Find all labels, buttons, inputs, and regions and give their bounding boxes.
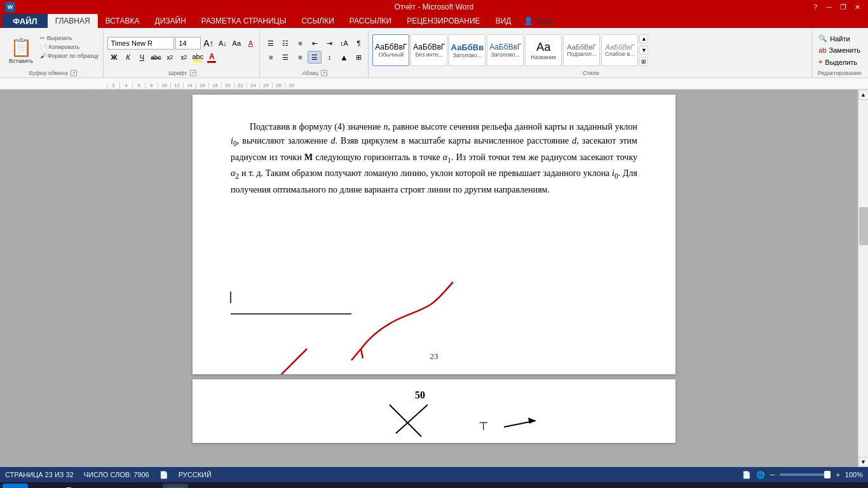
login-button[interactable]: 👤 Вход <box>519 14 558 28</box>
styles-expand-button[interactable]: ⊞ <box>639 57 648 66</box>
help-button[interactable]: ? <box>810 2 821 12</box>
decrease-indent-button[interactable]: ⇤ <box>308 37 322 50</box>
increase-indent-button[interactable]: ⇥ <box>322 37 336 50</box>
tab-insert[interactable]: ВСТАВКА <box>98 14 147 28</box>
superscript-button[interactable]: x2 <box>177 51 190 64</box>
select-button[interactable]: ⌖ Выделить <box>816 57 863 67</box>
align-left-button[interactable]: ≡ <box>264 51 278 64</box>
font-row1: A↑ A↓ Аа A <box>107 37 257 50</box>
zoom-slider[interactable] <box>780 473 831 476</box>
clear-formatting-button[interactable]: A <box>244 37 257 50</box>
tab-layout[interactable]: РАЗМЕТКА СТРАНИЦЫ <box>194 14 294 28</box>
clipboard-label: Буфер обмена ↗ <box>5 69 100 78</box>
paragraph-group: ☰ ☷ ≡ ⇤ ⇥ ↕A ¶ ≡ ☰ ≡ ☰ ↕ ▲ <box>261 30 369 78</box>
multilevel-button[interactable]: ≡ <box>293 37 307 50</box>
start-button[interactable]: ⊞ <box>3 484 28 488</box>
web-view-button[interactable]: 🌐 <box>756 471 765 479</box>
editing-group: 🔍 Найти ab Заменить ⌖ Выделить Редактиро… <box>813 30 865 78</box>
format-painter-button[interactable]: 🖌 Формат по образцу <box>38 52 100 60</box>
font-size-input[interactable] <box>175 37 201 50</box>
page-text[interactable]: Подставив в формулу (4) значение n, равн… <box>193 95 675 210</box>
style-heading1[interactable]: АаБбВв Заголово... <box>449 34 485 66</box>
tab-references[interactable]: ССЫЛКИ <box>294 14 341 28</box>
italic-button[interactable]: К <box>121 51 134 64</box>
svg-line-6 <box>361 349 363 358</box>
paste-icon: 📋 <box>10 37 32 58</box>
taskbar-downloader[interactable]: ⬇ <box>83 484 108 488</box>
copy-button[interactable]: 📄 Копировать <box>38 43 100 51</box>
layout-view-button[interactable]: 📄 <box>742 471 751 479</box>
restore-button[interactable]: ❐ <box>837 2 849 12</box>
word-count[interactable]: ЧИСЛО СЛОВ: 7906 <box>84 471 149 478</box>
styles-label: Стили <box>372 69 809 78</box>
text-highlight-button[interactable]: abc <box>191 51 204 64</box>
justify-button[interactable]: ☰ <box>308 51 322 64</box>
title-left: W <box>5 2 15 12</box>
tab-home[interactable]: ГЛАВНАЯ <box>48 14 98 28</box>
svg-text:⊤: ⊤ <box>478 420 489 433</box>
style-heading2[interactable]: АаБбВвГ Заголово... <box>487 34 524 66</box>
close-button[interactable]: ✕ <box>851 2 863 12</box>
cut-button[interactable]: ✂ Вырезать <box>38 34 100 42</box>
style-normal[interactable]: АаБбВвГ Обычный <box>372 34 409 66</box>
ribbon: 📋 Вставить ✂ Вырезать 📄 Копировать 🖌 Фор… <box>0 28 868 78</box>
scroll-down-arrow[interactable]: ▼ <box>858 457 869 467</box>
scroll-thumb[interactable] <box>859 207 868 245</box>
find-button[interactable]: 🔍 Найти <box>816 33 863 44</box>
show-marks-button[interactable]: ¶ <box>351 37 365 50</box>
zoom-out-button[interactable]: ─ <box>770 471 775 478</box>
select-icon: ⌖ <box>818 58 822 66</box>
scroll-up-arrow[interactable]: ▲ <box>858 90 869 100</box>
numbering-button[interactable]: ☷ <box>278 37 292 50</box>
svg-line-8 <box>390 405 421 437</box>
app-icon: W <box>5 2 15 12</box>
replace-button[interactable]: ab Заменить <box>816 45 863 55</box>
taskbar-discord[interactable]: 💬 <box>56 484 81 488</box>
tab-design[interactable]: ДИЗАЙН <box>147 14 194 28</box>
clipboard-expand-icon[interactable]: ↗ <box>71 70 77 76</box>
language-indicator[interactable]: РУССКИЙ <box>179 471 212 478</box>
font-grow-button[interactable]: A↑ <box>202 37 215 50</box>
sort-button[interactable]: ↕A <box>337 37 351 50</box>
style-title[interactable]: Аа Название <box>525 34 562 66</box>
taskbar-explorer[interactable]: 🗂 <box>29 484 55 488</box>
shading-button[interactable]: ▲ <box>337 51 351 64</box>
style-subtle-emphasis[interactable]: АаБбВвГ Слабое в... <box>601 34 638 66</box>
align-right-button[interactable]: ≡ <box>293 51 307 64</box>
para-expand-icon[interactable]: ↗ <box>321 70 327 76</box>
ribbon-tabs: ФАЙЛ ГЛАВНАЯ ВСТАВКА ДИЗАЙН РАЗМЕТКА СТР… <box>0 14 868 28</box>
underline-button[interactable]: Ч <box>135 51 148 64</box>
taskbar-chrome[interactable]: 🌐 <box>136 484 161 488</box>
styles-scroll-down[interactable]: ▼ <box>639 46 648 55</box>
styles-scroll-up[interactable]: ▲ <box>639 34 648 43</box>
font-shrink-button[interactable]: A↓ <box>216 37 229 50</box>
strikethrough-button[interactable]: abc <box>149 51 162 64</box>
align-center-button[interactable]: ☰ <box>278 51 292 64</box>
style-subtitle[interactable]: АаБбВвГ Подзагол... <box>563 34 600 66</box>
taskbar-word[interactable]: W <box>163 484 188 488</box>
page-count[interactable]: СТРАНИЦА 23 ИЗ 32 <box>5 471 74 478</box>
scroll-track <box>858 100 868 457</box>
borders-button[interactable]: ⊞ <box>351 51 365 64</box>
taskbar-player[interactable]: ▶ <box>109 484 135 488</box>
zoom-in-button[interactable]: + <box>836 471 839 478</box>
tab-review[interactable]: РЕЦЕНЗИРОВАНИЕ <box>399 14 487 28</box>
tab-mailings[interactable]: РАССЫЛКИ <box>342 14 399 28</box>
line-spacing-button[interactable]: ↕ <box>322 51 336 64</box>
paste-button[interactable]: 📋 Вставить <box>5 34 37 67</box>
document-icon[interactable]: 📄 <box>159 471 168 479</box>
subscript-button[interactable]: x2 <box>163 51 176 64</box>
font-name-input[interactable] <box>107 37 174 50</box>
menu-file[interactable]: ФАЙЛ <box>3 14 48 28</box>
bullets-button[interactable]: ☰ <box>264 37 278 50</box>
font-expand-icon[interactable]: ↗ <box>190 70 196 76</box>
font-case-button[interactable]: Аа <box>230 37 243 50</box>
font-color-button[interactable]: А <box>205 51 218 64</box>
styles-scroll: ▲ ▼ ⊞ <box>639 34 648 66</box>
minimize-button[interactable]: ─ <box>824 2 835 12</box>
vertical-scrollbar[interactable]: ▲ ▼ <box>858 90 868 467</box>
style-no-spacing[interactable]: АаБбВвГ Без инте... <box>410 34 447 66</box>
tab-view[interactable]: ВИД <box>488 14 519 28</box>
ruler-mark: 24 <box>247 83 259 89</box>
bold-button[interactable]: Ж <box>107 51 120 64</box>
